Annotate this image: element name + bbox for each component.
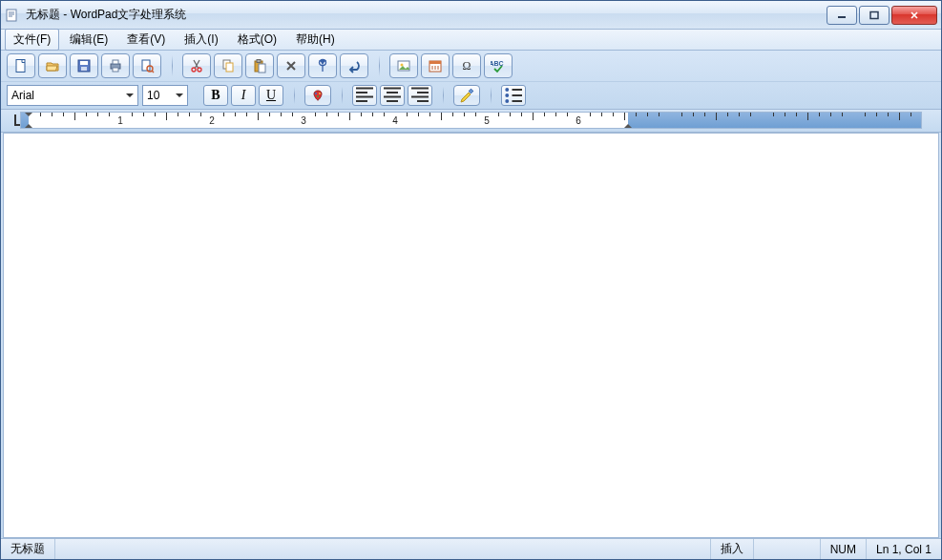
svg-point-37 [505,99,509,103]
svg-point-35 [505,88,509,92]
svg-rect-6 [81,67,87,71]
svg-rect-5 [80,61,88,65]
new-button[interactable] [7,53,35,78]
svg-rect-2 [870,11,878,18]
date-button[interactable] [421,53,450,78]
spellcheck-button[interactable]: ABC [484,53,513,78]
toolbar-area: Ω ABC Arial 10 B I U [1,51,941,110]
bullets-group [501,85,537,106]
svg-point-32 [319,93,321,94]
status-doc-name: 无标题 [1,539,55,559]
bullets-button[interactable] [501,85,526,106]
preview-button[interactable] [133,53,161,78]
svg-point-33 [317,95,319,97]
menu-help[interactable]: 帮助(H) [287,29,344,51]
symbol-button[interactable]: Ω [452,53,481,78]
font-name-value: Arial [11,89,34,102]
svg-rect-0 [7,10,16,21]
statusbar: 无标题 插入 NUM Ln 1, Col 1 [1,538,941,559]
find-button[interactable] [308,53,337,78]
print-button[interactable] [101,53,130,78]
window-title: 无标题 - WordPad文字处理系统 [26,7,825,23]
ruler[interactable]: 123456 [20,112,922,129]
insert-group: Ω ABC [389,53,524,78]
menu-view[interactable]: 查看(V) [118,29,174,51]
app-window: 无标题 - WordPad文字处理系统 文件(F) 编辑(E) 查看(V) 插入… [0,0,942,560]
menu-insert[interactable]: 插入(I) [176,29,226,51]
menu-file[interactable]: 文件(F) [5,29,59,51]
open-button[interactable] [38,53,67,78]
editor-area[interactable] [3,133,939,538]
copy-button[interactable] [214,53,242,78]
underline-button[interactable]: U [259,85,283,106]
save-button[interactable] [70,53,98,78]
delete-button[interactable] [277,53,305,78]
svg-rect-8 [113,60,118,64]
paste-button[interactable] [245,53,274,78]
font-name-select[interactable]: Arial [7,85,138,106]
status-insert-mode: 插入 [711,539,754,559]
italic-button[interactable]: I [231,85,256,106]
toolbar-row-2: Arial 10 B I U [1,81,941,109]
font-size-select[interactable]: 10 [142,85,188,106]
svg-point-31 [315,93,317,94]
window-controls [825,6,937,25]
menubar: 文件(F) 编辑(E) 查看(V) 插入(I) 格式(O) 帮助(H) [1,30,941,51]
file-group [7,53,173,78]
menu-edit[interactable]: 编辑(E) [61,29,116,51]
svg-rect-19 [259,64,265,73]
svg-text:Ω: Ω [463,59,471,73]
toolbar-row-1: Ω ABC [1,51,941,81]
svg-point-14 [198,68,201,72]
menu-format[interactable]: 格式(O) [229,29,285,51]
status-numlock: NUM [821,539,867,559]
svg-rect-3 [16,60,25,73]
highlight-group [453,85,492,106]
svg-rect-25 [429,61,441,64]
edit-group [182,53,380,78]
svg-rect-18 [257,60,261,63]
color-group [304,85,343,106]
minimize-button[interactable] [827,6,857,25]
status-spacer [55,539,711,559]
svg-rect-16 [226,63,233,72]
svg-rect-9 [113,68,118,72]
titlebar: 无标题 - WordPad文字处理系统 [1,1,941,30]
svg-line-12 [152,71,154,73]
close-button[interactable] [891,6,937,25]
svg-point-36 [505,93,509,97]
style-group: B I U [203,85,295,106]
font-size-value: 10 [147,89,159,102]
status-position: Ln 1, Col 1 [867,539,941,559]
undo-button[interactable] [340,53,368,78]
svg-point-13 [192,68,196,72]
ruler-area: 123456 [1,110,941,133]
highlight-button[interactable] [453,85,480,106]
align-center-button[interactable] [380,85,405,106]
bold-button[interactable]: B [203,85,228,106]
svg-rect-34 [469,89,472,93]
cut-button[interactable] [182,53,211,78]
align-left-button[interactable] [352,85,377,106]
app-icon [5,8,20,23]
image-button[interactable] [389,53,418,78]
align-right-button[interactable] [408,85,432,106]
font-color-button[interactable] [304,85,331,106]
align-group [352,85,444,106]
maximize-button[interactable] [859,6,890,25]
